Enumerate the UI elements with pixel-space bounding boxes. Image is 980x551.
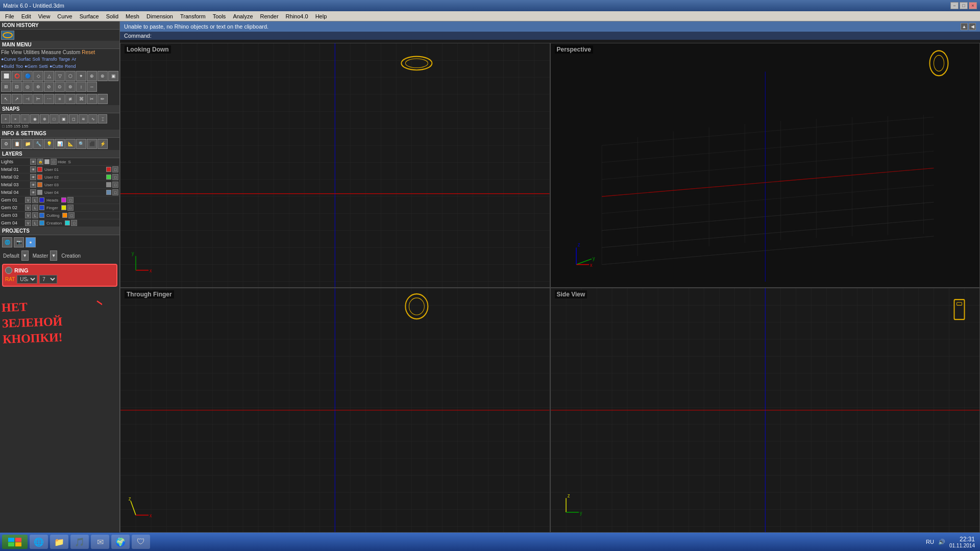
layer-gem02-vis[interactable]: V xyxy=(25,205,31,211)
layer-metal02-color[interactable] xyxy=(37,174,42,180)
snap-6[interactable]: □ xyxy=(50,114,59,123)
project-icon-2[interactable]: 📷 xyxy=(14,237,24,247)
layer-metal04-vis[interactable]: 👁 xyxy=(30,189,36,195)
snap-5[interactable]: ⊕ xyxy=(40,114,49,123)
maximize-button[interactable]: □ xyxy=(960,2,968,9)
tool-icon-16[interactable]: ⊘ xyxy=(44,82,54,92)
solid-tool[interactable]: Soli xyxy=(32,57,40,62)
build-tool[interactable]: ●Build xyxy=(1,64,14,69)
viewport-through-finger[interactable]: z x Through Finger xyxy=(120,288,550,533)
layer-metal04[interactable]: Metal 04 👁 User 04 □ xyxy=(0,189,119,196)
menu-view[interactable]: View xyxy=(35,12,54,20)
settings-icon-5[interactable]: 💡 xyxy=(44,139,54,149)
tool-icon-5[interactable]: △ xyxy=(44,71,54,81)
taskbar-app-5[interactable]: 🌍 xyxy=(111,535,130,549)
project-icon-3[interactable]: ● xyxy=(26,237,36,247)
tool-icon-11[interactable]: ▣ xyxy=(108,71,118,81)
layer-gem03-color2[interactable] xyxy=(62,213,67,218)
snap-7[interactable]: ▣ xyxy=(59,114,68,123)
tool-icon-13[interactable]: ⊟ xyxy=(12,82,22,92)
layer-gem01-color2[interactable] xyxy=(61,197,66,203)
tool-icon-9[interactable]: ⊕ xyxy=(87,71,97,81)
main-menu-measure[interactable]: Measure xyxy=(41,49,61,55)
layer-gem01-color[interactable] xyxy=(39,197,44,203)
layer-gem02-icon[interactable]: □ xyxy=(67,205,74,211)
tool-icon-10[interactable]: ⊗ xyxy=(97,71,108,81)
settings-icon-2[interactable]: 📋 xyxy=(12,139,22,149)
menu-mesh[interactable]: Mesh xyxy=(122,12,142,20)
snap-9[interactable]: ≋ xyxy=(79,114,88,123)
too-tool[interactable]: Too xyxy=(15,64,23,69)
transfo-tool[interactable]: Transfo xyxy=(41,57,57,62)
layer-metal04-icon[interactable]: □ xyxy=(112,189,118,195)
tool-icon-7[interactable]: ⬡ xyxy=(65,71,76,81)
layer-gem03[interactable]: Gem 03 V L Cutting □ xyxy=(0,212,119,219)
targe-tool[interactable]: Targe xyxy=(59,57,70,62)
layer-gem01-icon[interactable]: □ xyxy=(67,197,74,203)
start-button[interactable] xyxy=(2,535,28,549)
tool-icon-21[interactable]: ↖ xyxy=(1,94,11,104)
tool-icon-17[interactable]: ⊙ xyxy=(55,82,65,92)
menu-analyze[interactable]: Analyze xyxy=(230,12,256,20)
layer-gem04-icon[interactable]: □ xyxy=(71,220,77,226)
layer-metal01[interactable]: Metal 01 👁 User 01 □ xyxy=(0,166,119,173)
project-icon-1[interactable]: 🌐 xyxy=(2,237,12,247)
layer-metal01-vis[interactable]: 👁 xyxy=(30,166,36,172)
tool-icon-4[interactable]: ◇ xyxy=(33,71,43,81)
layer-lights-lock[interactable]: 🔒 xyxy=(37,159,43,165)
tool-icon-24[interactable]: ⊢ xyxy=(33,94,43,104)
layer-metal04-color2[interactable] xyxy=(106,190,111,195)
tool-icon-3[interactable]: 🔵 xyxy=(22,71,33,81)
icon-history-item-1[interactable] xyxy=(1,31,14,40)
layer-metal01-color2[interactable] xyxy=(106,167,111,172)
taskbar-app-3[interactable]: 🎵 xyxy=(70,535,89,549)
layer-metal03-color2[interactable] xyxy=(106,182,111,187)
layer-gem04-color2[interactable] xyxy=(65,220,70,226)
tool-icon-28[interactable]: ⌘ xyxy=(76,94,86,104)
tool-icon-26[interactable]: ≡ xyxy=(55,94,65,104)
menu-transform[interactable]: Transform xyxy=(177,12,209,20)
layer-lights-vis[interactable]: 👁 xyxy=(30,159,36,165)
menu-dimension[interactable]: Dimension xyxy=(143,12,176,20)
viewport-side-view[interactable]: z y Side View xyxy=(550,288,981,533)
layer-metal03-icon[interactable]: □ xyxy=(112,182,118,188)
settings-icon-10[interactable]: ⚡ xyxy=(97,139,108,149)
curve-tool[interactable]: ●Curve xyxy=(1,57,16,62)
menu-solid[interactable]: Solid xyxy=(103,12,121,20)
settings-icon-4[interactable]: 🔧 xyxy=(33,139,43,149)
settings-icon-7[interactable]: 📐 xyxy=(65,139,76,149)
layer-gem01[interactable]: Gem 01 V L Heads □ xyxy=(0,196,119,204)
layer-gem01-lock[interactable]: L xyxy=(32,197,38,203)
taskbar-app-2[interactable]: 📁 xyxy=(50,535,68,549)
menu-curve[interactable]: Curve xyxy=(54,12,75,20)
layer-metal04-color[interactable] xyxy=(37,190,42,195)
main-menu-custom[interactable]: Custom xyxy=(63,49,80,55)
project-arrow-1[interactable]: ▼ xyxy=(21,251,29,261)
project-arrow-2[interactable]: ▼ xyxy=(50,251,57,261)
tool-icon-22[interactable]: ↗ xyxy=(12,94,22,104)
setti-tool[interactable]: Setti xyxy=(39,64,48,69)
snap-3[interactable]: ○ xyxy=(20,114,30,123)
layer-metal03-vis[interactable]: 👁 xyxy=(30,182,36,188)
layer-gem03-icon[interactable]: □ xyxy=(68,212,75,218)
snap-10[interactable]: ∿ xyxy=(88,114,97,123)
layer-gem03-vis[interactable]: V xyxy=(25,212,31,218)
settings-icon-9[interactable]: ⬛ xyxy=(87,139,97,149)
taskbar-app-6[interactable]: 🛡 xyxy=(132,535,150,549)
main-menu-reset[interactable]: Reset xyxy=(82,49,95,55)
tool-icon-12[interactable]: ⊞ xyxy=(1,82,11,92)
minimize-button[interactable]: − xyxy=(950,2,959,9)
taskbar-app-1[interactable]: 🌐 xyxy=(30,535,48,549)
viewport-looking-down[interactable]: x y Looking Down xyxy=(120,43,550,288)
tool-icon-20[interactable]: ↔ xyxy=(87,82,97,92)
settings-icon-6[interactable]: 📊 xyxy=(55,139,65,149)
layer-gem03-color[interactable] xyxy=(39,213,44,218)
tool-icon-25[interactable]: ⋯ xyxy=(44,94,54,104)
main-menu-view[interactable]: View xyxy=(11,49,22,55)
layer-gem02[interactable]: Gem 02 V L Finger □ xyxy=(0,204,119,212)
surface-tool[interactable]: Surfac xyxy=(17,57,31,62)
layer-metal01-color[interactable] xyxy=(37,167,42,172)
layer-metal03[interactable]: Metal 03 👁 User 03 □ xyxy=(0,181,119,189)
tool-icon-2[interactable]: ⭕ xyxy=(12,71,22,81)
layer-lights[interactable]: Lights 👁 🔒 □ Hide S xyxy=(0,158,119,166)
